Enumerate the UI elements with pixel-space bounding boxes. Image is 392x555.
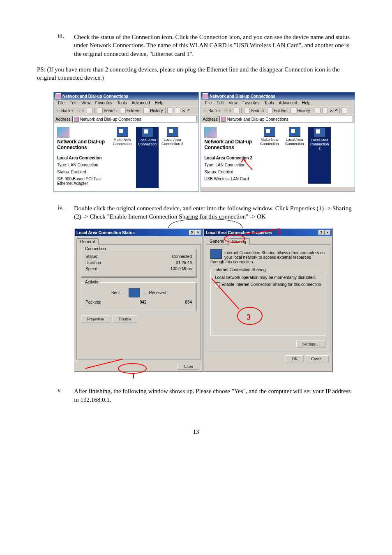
activity-icon xyxy=(129,288,140,297)
toolbar: ⇦Back▾ ⇨▾ Search Folders History ✕ ↶ xyxy=(54,106,198,115)
enable-ics-checkbox[interactable]: ✓ Enable Internet Connection Sharing for… xyxy=(215,282,321,287)
address-field[interactable]: Network and Dial-up Connections xyxy=(72,116,197,122)
moveto-icon[interactable] xyxy=(315,108,321,113)
menu-favorites[interactable]: Favorites xyxy=(240,100,262,106)
undo-icon[interactable]: ↶ xyxy=(334,108,338,113)
history-button[interactable]: History xyxy=(290,107,311,114)
local-area-connection-2-icon[interactable]: Local Area Connection 2 xyxy=(308,127,331,184)
menu-file[interactable]: File xyxy=(203,100,214,106)
menu-tools[interactable]: Tools xyxy=(262,100,276,106)
annotation-num-2: 2 xyxy=(277,227,281,236)
sharing-blurb: Internet Connection Sharing allows other… xyxy=(210,249,326,266)
ics-warn: Local network operation may be momentari… xyxy=(215,275,321,280)
history-button[interactable]: History xyxy=(143,107,164,114)
sharing-icon xyxy=(210,249,222,259)
menu-edit[interactable]: Edit xyxy=(214,100,226,106)
ok-button[interactable]: OK xyxy=(286,355,304,362)
dialog-title: Local Area Connection Status xyxy=(76,230,135,235)
back-button[interactable]: ⇦Back▾ xyxy=(55,107,74,114)
step-v-text: After finishing, the following window sh… xyxy=(74,387,355,404)
step-iii-num: iii. xyxy=(37,33,74,58)
make-new-connection-icon[interactable]: Make New Connection xyxy=(258,127,281,184)
undo-icon[interactable]: ↶ xyxy=(187,108,190,113)
delete-icon[interactable]: ✕ xyxy=(330,108,333,113)
group-ics: Internet Connection Sharing Local networ… xyxy=(210,270,326,336)
tab-general[interactable]: General xyxy=(76,238,99,245)
folder-big-icon xyxy=(204,127,217,138)
help-button[interactable]: ? xyxy=(189,230,195,235)
status-line: Status: Enabled xyxy=(57,170,108,174)
copyto-icon[interactable] xyxy=(322,108,328,113)
local-area-connection-icon[interactable]: Local Area Connection xyxy=(283,127,306,184)
device-line: USB Wireless LAN Card xyxy=(204,177,256,181)
info-pane: Network and Dial-up Connections Local Ar… xyxy=(204,127,256,184)
address-field[interactable]: Network and Dial-up Connections xyxy=(219,116,353,122)
properties-dialog: Local Area Connection Properties ? × Gen… xyxy=(203,228,333,372)
explorer-screenshots: Network and Dial-up Connections File Edi… xyxy=(53,92,355,192)
menu-favorites[interactable]: Favorites xyxy=(93,100,115,106)
info-pane: Network and Dial-up Connections Local Ar… xyxy=(57,127,108,188)
address-icon xyxy=(221,117,226,122)
dialog-panel: Connection Status:Connected Duration:01:… xyxy=(76,244,201,359)
menu-advanced[interactable]: Advanced xyxy=(277,100,300,106)
menu-view[interactable]: View xyxy=(79,100,93,106)
group-activity: Activity Sent — — Received Packets:94283… xyxy=(81,282,196,311)
up-icon[interactable] xyxy=(87,108,92,113)
menu-help[interactable]: Help xyxy=(300,100,313,106)
menu-view[interactable]: View xyxy=(226,100,240,106)
search-button[interactable]: Search xyxy=(243,107,265,114)
address-label: Address xyxy=(55,117,71,122)
help-button[interactable]: ? xyxy=(318,230,324,235)
explorer-window-right: Network and Dial-up Connections File Edi… xyxy=(201,92,355,192)
type-line: Type: LAN Connection xyxy=(57,163,108,167)
close-button[interactable]: Close xyxy=(178,363,199,370)
search-button[interactable]: Search xyxy=(96,107,118,114)
dialog-panel: Internet Connection Sharing allows other… xyxy=(206,244,330,352)
content-area: Network and Dial-up Connections Local Ar… xyxy=(54,124,198,191)
folders-button[interactable]: Folders xyxy=(119,107,141,114)
activity-diagram: Sent — — Received xyxy=(85,288,192,297)
menu-advanced[interactable]: Advanced xyxy=(129,100,152,106)
cancel-button[interactable]: Cancel xyxy=(305,355,329,362)
moveto-icon[interactable] xyxy=(167,108,173,113)
content-area: Network and Dial-up Connections Local Ar… xyxy=(201,124,355,187)
tab-row: General xyxy=(75,236,203,244)
menu-file[interactable]: File xyxy=(55,100,67,106)
delete-icon[interactable]: ✕ xyxy=(182,108,185,113)
copyto-icon[interactable] xyxy=(175,108,180,113)
up-icon[interactable] xyxy=(234,108,240,113)
address-bar: Address Network and Dial-up Connections xyxy=(54,115,198,124)
window-title: Network and Dial-up Connections xyxy=(62,94,128,99)
status-dialog: Local Area Connection Status ? × General… xyxy=(74,228,203,372)
menu-tools[interactable]: Tools xyxy=(115,100,129,106)
views-icon[interactable] xyxy=(341,108,347,113)
menu-edit[interactable]: Edit xyxy=(67,100,79,106)
pane-title: Network and Dial-up Connections xyxy=(57,139,108,151)
disable-button[interactable]: Disable xyxy=(113,315,138,322)
step-v-num: v. xyxy=(37,387,74,404)
step-iv-num: iv. xyxy=(37,204,74,221)
button-row: Properties Disable xyxy=(81,315,196,322)
settings-button[interactable]: Settings… xyxy=(296,341,326,348)
icon-pane: Make New Connection Local Area Connectio… xyxy=(258,127,351,184)
folders-button[interactable]: Folders xyxy=(266,107,288,114)
local-area-connection-icon[interactable]: Local Area Connection xyxy=(136,127,159,188)
close-icon[interactable]: × xyxy=(195,230,201,235)
window-titlebar: Network and Dial-up Connections xyxy=(54,92,198,100)
properties-button[interactable]: Properties xyxy=(81,315,110,322)
dialogs-row: Local Area Connection Status ? × General… xyxy=(74,228,355,372)
menubar: File Edit View Favorites Tools Advanced … xyxy=(54,100,198,106)
step-v: v. After finishing, the following window… xyxy=(37,387,355,404)
local-area-connection-2-icon[interactable]: Local Area Connection 2 xyxy=(161,127,184,188)
fwd-button[interactable]: ⇨▾ xyxy=(223,107,232,114)
back-button[interactable]: ⇦Back▾ xyxy=(203,107,221,114)
ps-note: PS: (If you have more than 2 connecting … xyxy=(37,65,355,82)
explorer-window-left: Network and Dial-up Connections File Edi… xyxy=(53,92,199,192)
annotation-num-1: 1 xyxy=(131,372,135,380)
toolbar: ⇦Back▾ ⇨▾ Search Folders History ✕ ↶ xyxy=(201,106,355,115)
menu-help[interactable]: Help xyxy=(152,100,166,106)
fwd-button[interactable]: ⇨▾ xyxy=(76,107,85,114)
make-new-connection-icon[interactable]: Make New Connection xyxy=(111,127,134,188)
group-connection: Connection Status:Connected Duration:01:… xyxy=(81,249,196,277)
close-icon[interactable]: × xyxy=(325,230,330,235)
